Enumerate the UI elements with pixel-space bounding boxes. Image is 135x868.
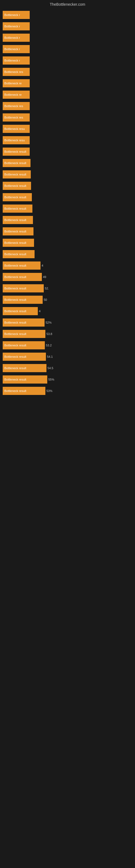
bar-row: Bottleneck result [3,147,132,157]
bar-row: Bottleneck result54.1 [3,351,132,362]
bar-label: Bottleneck r [3,11,30,19]
bar-value: 4 [42,264,43,267]
bar-row: Bottleneck r [3,10,132,20]
bar-label: Bottleneck res [3,68,30,76]
bar-label: Bottleneck result [3,307,38,315]
bar-row: Bottleneck result4 [3,260,132,271]
bar-label: Bottleneck result [3,170,31,179]
bar-row: Bottleneck result55% [3,374,132,384]
bar-row: Bottleneck result50 [3,294,132,305]
bar-value: 53.2 [46,344,52,347]
bar-label: Bottleneck result [3,182,31,190]
bar-row: Bottleneck result [3,204,132,214]
bar-label: Bottleneck result [3,375,47,383]
bar-row: Bottleneck resu [3,124,132,134]
bar-value: 49 [43,275,46,279]
bar-row: Bottleneck result54.5 [3,363,132,373]
bar-label: Bottleneck r [3,22,30,30]
bar-label: Bottleneck result [3,284,44,292]
bar-row: Bottleneck result53% [3,386,132,396]
bar-value: 54.1 [47,355,53,358]
bar-label: Bottleneck result [3,273,42,281]
bar-label: Bottleneck result [3,250,35,258]
bar-label: Bottleneck re [3,91,30,99]
bar-row: Bottleneck r [3,33,132,43]
bar-row: Bottleneck result [3,249,132,259]
bar-row: Bottleneck r [3,55,132,66]
bar-value: 52% [46,321,52,324]
bar-row: Bottleneck re [3,90,132,100]
bar-label: Bottleneck r [3,34,30,42]
bar-label: Bottleneck resu [3,136,30,144]
bar-row: Bottleneck r [3,21,132,31]
bar-value: 53% [46,389,52,393]
bar-row: Bottleneck resu [3,135,132,145]
bar-row: Bottleneck result [3,158,132,168]
chart-area: Bottleneck rBottleneck rBottleneck rBott… [0,8,135,399]
bar-row: Bottleneck result53.8 [3,329,132,339]
bar-row: Bottleneck res [3,112,132,123]
bar-row: Bottleneck result [3,226,132,237]
bar-label: Bottleneck resu [3,125,30,133]
bar-row: Bottleneck result4 [3,306,132,316]
bar-row: Bottleneck result49 [3,272,132,282]
bar-label: Bottleneck r [3,45,30,53]
bar-row: Bottleneck re [3,78,132,88]
bar-label: Bottleneck result [3,341,45,349]
bar-label: Bottleneck result [3,318,45,327]
bar-label: Bottleneck r [3,56,30,65]
bar-label: Bottleneck result [3,227,34,236]
bar-row: Bottleneck result53.2 [3,340,132,350]
bar-label: Bottleneck result [3,205,32,213]
bar-label: Bottleneck result [3,239,34,247]
site-title: TheBottlenecker.com [50,2,85,6]
bar-label: Bottleneck result [3,364,46,372]
bar-row: Bottleneck result [3,169,132,180]
bar-value: 50 [44,298,47,301]
site-header: TheBottlenecker.com [0,0,135,8]
bar-row: Bottleneck result [3,215,132,225]
bar-label: Bottleneck result [3,261,41,270]
bar-value: 55% [48,378,54,381]
bar-label: Bottleneck result [3,193,32,201]
bar-row: Bottleneck res [3,67,132,77]
bar-label: Bottleneck result [3,330,45,338]
bar-value: 4 [39,310,41,313]
bar-label: Bottleneck result [3,216,33,224]
bar-value: 53.8 [46,332,52,336]
bar-value: 54.5 [48,367,53,370]
bar-label: Bottleneck result [3,148,30,156]
bar-row: Bottleneck result52. [3,283,132,293]
bar-label: Bottleneck res [3,102,30,110]
bar-label: Bottleneck re [3,79,30,87]
bar-row: Bottleneck res [3,101,132,111]
bar-label: Bottleneck result [3,387,45,395]
bar-label: Bottleneck result [3,296,43,304]
bar-label: Bottleneck res [3,113,30,122]
bar-row: Bottleneck result [3,181,132,191]
bar-row: Bottleneck r [3,44,132,54]
bar-row: Bottleneck result52% [3,317,132,328]
bar-row: Bottleneck result [3,192,132,203]
bar-label: Bottleneck result [3,352,46,361]
bar-row: Bottleneck result [3,238,132,248]
bar-label: Bottleneck result [3,159,31,167]
bar-value: 52. [45,287,49,290]
